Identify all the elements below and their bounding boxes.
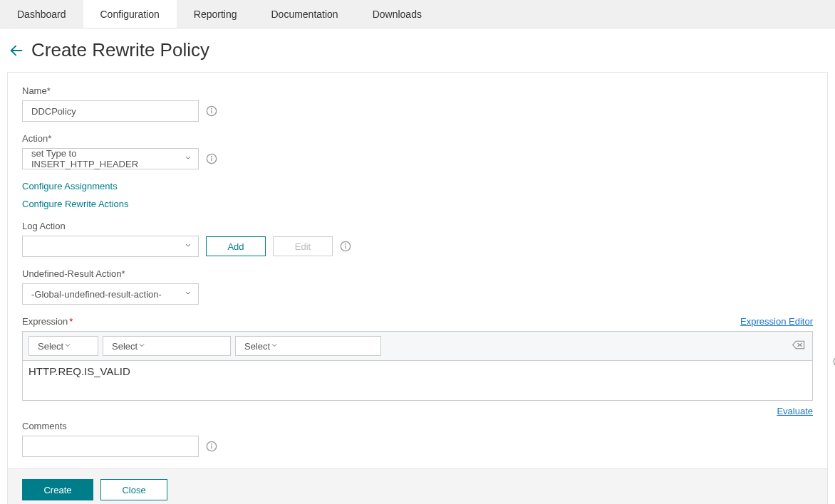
svg-point-6 xyxy=(212,156,212,157)
edit-button: Edit xyxy=(273,236,333,256)
chevron-down-icon xyxy=(138,341,146,352)
action-select[interactable]: set Type to INSERT_HTTP_HEADER xyxy=(22,148,199,169)
page-header: Create Rewrite Policy xyxy=(0,28,835,72)
svg-point-9 xyxy=(346,243,346,244)
chevron-down-icon xyxy=(184,154,192,164)
close-button[interactable]: Close xyxy=(100,479,167,500)
info-icon[interactable] xyxy=(206,105,217,117)
comments-label: Comments xyxy=(22,421,813,431)
expression-editor-link[interactable]: Expression Editor xyxy=(740,316,813,327)
tab-reporting[interactable]: Reporting xyxy=(177,0,254,28)
expression-select-3[interactable]: Select xyxy=(235,336,381,356)
log-action-select[interactable] xyxy=(22,236,199,257)
configure-rewrite-actions-link[interactable]: Configure Rewrite Actions xyxy=(22,199,813,209)
name-input[interactable] xyxy=(22,100,199,122)
log-action-label: Log Action xyxy=(22,221,813,231)
info-icon[interactable] xyxy=(206,153,217,164)
clear-expression-icon[interactable] xyxy=(792,340,805,352)
evaluate-link[interactable]: Evaluate xyxy=(777,406,813,416)
expression-select-2[interactable]: Select xyxy=(103,336,231,356)
form-container: Name* Action* set Type to INSERT_HTTP_HE… xyxy=(7,72,828,504)
create-button[interactable]: Create xyxy=(22,479,93,500)
back-icon[interactable] xyxy=(7,41,26,60)
info-icon[interactable] xyxy=(340,241,351,252)
name-label: Name* xyxy=(22,85,813,96)
expression-textarea[interactable] xyxy=(22,361,813,401)
action-select-value: set Type to INSERT_HTTP_HEADER xyxy=(31,148,178,169)
info-icon[interactable] xyxy=(206,441,217,452)
chevron-down-icon xyxy=(63,341,72,352)
chevron-down-icon xyxy=(270,341,279,352)
configure-assignments-link[interactable]: Configure Assignments xyxy=(22,181,813,191)
tab-configuration[interactable]: Configuration xyxy=(83,0,177,28)
undefined-result-select[interactable]: -Global-undefined-result-action- xyxy=(22,283,199,305)
chevron-down-icon xyxy=(184,241,192,252)
expression-label: Expression* xyxy=(22,316,73,327)
page-title: Create Rewrite Policy xyxy=(31,39,209,61)
tab-dashboard[interactable]: Dashboard xyxy=(0,0,83,28)
expression-toolbar: Select Select Select xyxy=(22,331,813,361)
svg-point-17 xyxy=(212,443,212,444)
form-footer: Create Close xyxy=(8,468,827,504)
svg-point-3 xyxy=(212,108,212,109)
action-label: Action* xyxy=(22,133,813,144)
chevron-down-icon xyxy=(184,289,192,300)
comments-input[interactable] xyxy=(22,436,199,457)
expression-select-1[interactable]: Select xyxy=(28,336,98,356)
tab-documentation[interactable]: Documentation xyxy=(254,0,355,28)
add-button[interactable]: Add xyxy=(206,236,266,256)
undefined-result-label: Undefined-Result Action* xyxy=(22,268,813,279)
tab-downloads[interactable]: Downloads xyxy=(356,0,439,28)
top-tabs: Dashboard Configuration Reporting Docume… xyxy=(0,0,835,28)
undefined-result-select-value: -Global-undefined-result-action- xyxy=(31,289,162,300)
